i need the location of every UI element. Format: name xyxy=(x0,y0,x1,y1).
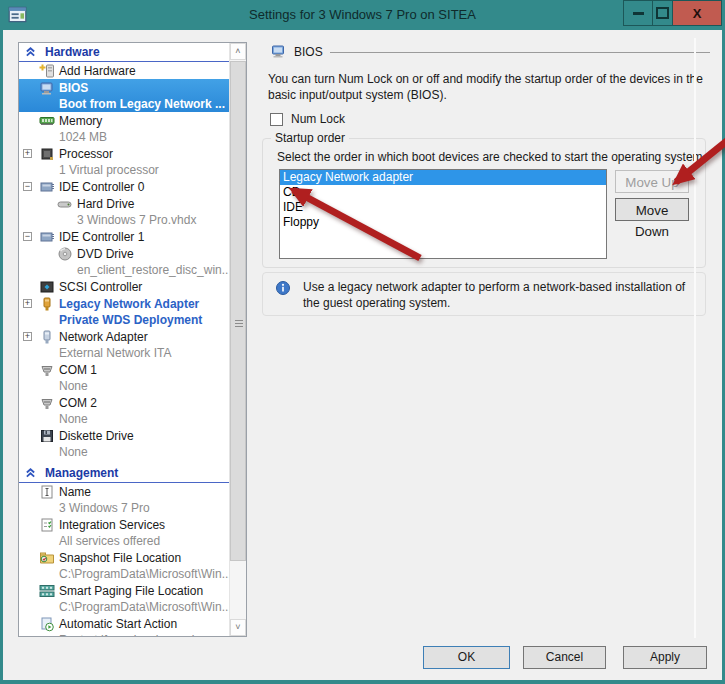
info-note-box: Use a legacy network adapter to perform … xyxy=(262,272,706,316)
item-label: Name xyxy=(59,485,91,499)
section-label: Management xyxy=(45,466,118,480)
item-label: SCSI Controller xyxy=(59,280,142,294)
sidebar-item-hard-drive[interactable]: Hard Drive3 Windows 7 Pro.vhdx xyxy=(19,195,230,228)
item-label: Legacy Network Adapter xyxy=(59,297,199,311)
sidebar-item-dvd-drive[interactable]: DVD Driveen_client_restore_disc_win... xyxy=(19,245,230,278)
ide-controller-icon xyxy=(39,229,55,245)
memory-icon xyxy=(39,113,55,129)
window-border xyxy=(0,0,3,684)
collapse-chevron-icon xyxy=(24,45,37,58)
diskette-drive-icon xyxy=(39,428,55,444)
sidebar-item-com-2[interactable]: COM 2None xyxy=(19,394,230,427)
sidebar-item-processor[interactable]: +Processor1 Virtual processor xyxy=(19,145,230,178)
sidebar-section-hardware[interactable]: Hardware xyxy=(19,43,230,62)
sidebar-section-management[interactable]: Management xyxy=(19,464,230,483)
section-label: Hardware xyxy=(45,45,100,59)
close-icon: X xyxy=(693,6,702,21)
boot-device-ide[interactable]: IDE xyxy=(280,200,606,215)
network-adapter-icon xyxy=(39,329,55,345)
sidebar-item-ide-controller-1[interactable]: −IDE Controller 1 xyxy=(19,228,230,245)
minimize-button[interactable] xyxy=(623,0,653,26)
sidebar-item-snapshot-file-location[interactable]: Snapshot File LocationC:\ProgramData\Mic… xyxy=(19,549,230,582)
sidebar-item-smart-paging-file-location[interactable]: Smart Paging File LocationC:\ProgramData… xyxy=(19,582,230,615)
maximize-button[interactable] xyxy=(652,0,673,26)
item-label: Smart Paging File Location xyxy=(59,584,203,598)
collapse-minus-icon[interactable]: − xyxy=(23,182,32,191)
sidebar-scrollbar[interactable]: ˄ ˅ xyxy=(229,43,246,636)
sidebar-items: HardwareAdd HardwareBIOSBoot from Legacy… xyxy=(19,43,230,636)
legacy-network-adapter-icon xyxy=(39,296,55,312)
startup-order-group: Startup order Select the order in which … xyxy=(262,138,706,268)
smart-paging-icon xyxy=(39,583,55,599)
move-up-button[interactable]: Move Up xyxy=(615,170,689,193)
integration-services-icon xyxy=(39,517,55,533)
item-sublabel: Restart if previously running xyxy=(59,633,208,636)
title-bar: Settings for 3 Windows 7 Pro on SITEA X xyxy=(0,0,725,30)
expand-plus-icon[interactable]: + xyxy=(23,299,32,308)
scrollbar-down-icon[interactable]: ˅ xyxy=(230,619,246,636)
num-lock-checkbox[interactable] xyxy=(270,113,283,126)
cancel-button[interactable]: Cancel xyxy=(523,646,606,669)
scrollbar-up-icon[interactable]: ˄ xyxy=(230,43,246,60)
sidebar-item-memory[interactable]: Memory1024 MB xyxy=(19,112,230,145)
item-sublabel: 3 Windows 7 Pro.vhdx xyxy=(77,213,196,227)
sidebar-item-add-hardware[interactable]: Add Hardware xyxy=(19,62,230,79)
window-border xyxy=(0,680,725,684)
item-label: COM 1 xyxy=(59,363,97,377)
boot-order-listbox[interactable]: Legacy Network adapterCDIDEFloppy xyxy=(279,169,607,259)
sidebar-item-scsi-controller[interactable]: SCSI Controller xyxy=(19,278,230,295)
snapshot-location-icon xyxy=(39,550,55,566)
close-button[interactable]: X xyxy=(672,0,722,26)
startup-order-instruction: Select the order in which boot devices a… xyxy=(277,150,706,164)
item-label: Snapshot File Location xyxy=(59,551,181,565)
ide-controller-icon xyxy=(39,179,55,195)
scrollbar-thumb[interactable] xyxy=(230,61,246,561)
collapse-minus-icon[interactable]: − xyxy=(23,232,32,241)
add-hardware-icon xyxy=(39,63,55,79)
vm-name-icon xyxy=(39,484,55,500)
boot-device-cd[interactable]: CD xyxy=(280,185,606,200)
sidebar-item-ide-controller-0[interactable]: −IDE Controller 0 xyxy=(19,178,230,195)
sidebar-item-integration-services[interactable]: Integration ServicesAll services offered xyxy=(19,516,230,549)
apply-button[interactable]: Apply xyxy=(623,646,707,669)
panel-edge-line xyxy=(694,38,696,638)
hardware-tree-panel: HardwareAdd HardwareBIOSBoot from Legacy… xyxy=(18,42,247,637)
item-label: Network Adapter xyxy=(59,330,148,344)
item-sublabel: None xyxy=(59,412,88,426)
collapse-chevron-icon xyxy=(24,466,37,479)
boot-device-floppy[interactable]: Floppy xyxy=(280,215,606,230)
sidebar-item-network-adapter[interactable]: +Network AdapterExternal Network ITA xyxy=(19,328,230,361)
move-down-button[interactable]: Move Down xyxy=(615,198,689,221)
item-label: Memory xyxy=(59,114,102,128)
bios-settings-panel: BIOS You can turn Num Lock on or off and… xyxy=(258,40,720,644)
expand-plus-icon[interactable]: + xyxy=(23,332,32,341)
item-sublabel: Private WDS Deployment xyxy=(59,313,202,327)
item-sublabel: None xyxy=(59,445,88,459)
sidebar-item-bios[interactable]: BIOSBoot from Legacy Network ... xyxy=(19,79,230,112)
info-icon xyxy=(275,280,291,296)
scsi-controller-icon xyxy=(39,279,55,295)
sidebar-item-diskette-drive[interactable]: Diskette DriveNone xyxy=(19,427,230,460)
boot-device-legacy-network-adapter[interactable]: Legacy Network adapter xyxy=(280,170,606,185)
item-sublabel: en_client_restore_disc_win... xyxy=(77,263,230,277)
sidebar-item-name[interactable]: Name3 Windows 7 Pro xyxy=(19,483,230,516)
item-label: Processor xyxy=(59,147,113,161)
expand-plus-icon[interactable]: + xyxy=(23,149,32,158)
com-port-icon xyxy=(39,362,55,378)
processor-icon xyxy=(39,146,55,162)
item-sublabel: External Network ITA xyxy=(59,346,171,360)
item-label: Diskette Drive xyxy=(59,429,134,443)
item-sublabel: 1 Virtual processor xyxy=(59,163,159,177)
startup-order-label: Startup order xyxy=(271,131,349,145)
bios-icon xyxy=(39,80,55,96)
window-title: Settings for 3 Windows 7 Pro on SITEA xyxy=(0,7,725,22)
sidebar-item-com-1[interactable]: COM 1None xyxy=(19,361,230,394)
item-label: Integration Services xyxy=(59,518,165,532)
dvd-drive-icon xyxy=(57,246,73,262)
settings-dialog: Settings for 3 Windows 7 Pro on SITEA X … xyxy=(0,0,725,684)
sidebar-item-automatic-start-action[interactable]: Automatic Start ActionRestart if previou… xyxy=(19,615,230,636)
sidebar-item-legacy-network-adapter[interactable]: +Legacy Network AdapterPrivate WDS Deplo… xyxy=(19,295,230,328)
ok-button[interactable]: OK xyxy=(423,646,510,669)
item-label: COM 2 xyxy=(59,396,97,410)
item-label: Automatic Start Action xyxy=(59,617,177,631)
